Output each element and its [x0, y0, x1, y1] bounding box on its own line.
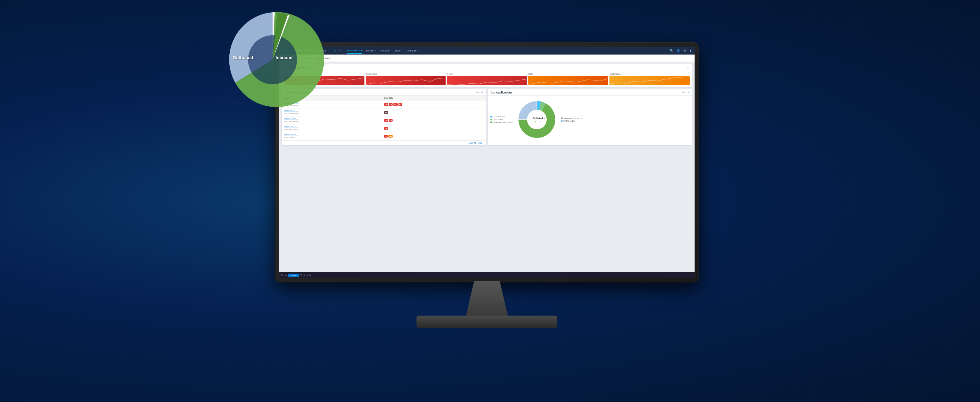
search-icon[interactable]: 🔍: [670, 49, 673, 53]
nav-jobs[interactable]: Jobs ▾: [395, 48, 401, 54]
taskbar-grid-icon[interactable]: ⊞: [281, 274, 283, 277]
badge-dh3: DH: [384, 127, 389, 129]
top-applications-panel: Top Applications — ⤢: [488, 89, 692, 145]
badge-ci2: CI: [398, 103, 402, 106]
ui-container: Secure Network Analytics | IT ▾ Dashboar…: [279, 46, 695, 278]
monitor-bezel: Secure Network Analytics | IT ▾ Dashboar…: [275, 43, 698, 282]
bottom-panels-row: Top Alarming Hosts — ⤢ Host Category: [282, 89, 692, 147]
nav-dashboards[interactable]: Dashboards ▾: [347, 48, 362, 54]
recon-col: Recon: [447, 73, 527, 85]
apps-legend-right: Undefined TCP: 45.2% HTTPS: 2.1%: [561, 117, 582, 122]
top-apps-header: Top Applications — ⤢: [488, 89, 692, 96]
taskbar-list-icon[interactable]: ☰: [300, 274, 302, 277]
table-row: 10.10.30.19 ... DNS Servers CI AH: [282, 132, 486, 140]
upload-icon[interactable]: ⬆: [689, 49, 692, 53]
legend-undefined-tcp-left: Undefined TCP: 41.21%: [490, 121, 513, 123]
user-icon[interactable]: 👤: [676, 49, 680, 53]
badge-ci3: CI: [389, 119, 393, 122]
svg-text:●: ●: [535, 120, 536, 122]
svg-text:●: ●: [539, 120, 541, 122]
badge-ci: CI: [389, 103, 393, 106]
expand-icon[interactable]: ⤢: [687, 66, 690, 70]
top-nav: Secure Network Analytics | IT ▾ Dashboar…: [279, 46, 695, 54]
monitor-stand-neck: [466, 281, 508, 318]
top-alarming-panel-actions: — ⤢: [476, 91, 484, 94]
top-apps-title: Top Applications: [490, 91, 512, 94]
nav-configure[interactable]: Configure ▾: [406, 48, 418, 54]
badge-ah2: AH: [388, 135, 393, 137]
floating-donut-chart: Outbound Inbound: [215, 3, 331, 126]
alarming-grid: Concern Index Target Index: [282, 71, 692, 87]
legend-nfs: NFS: 5.94%: [490, 118, 513, 120]
badge-ci4: CI: [384, 135, 388, 137]
ah-minimize-icon[interactable]: —: [476, 91, 479, 94]
legend-https-right: HTTPS: 2.1%: [561, 120, 582, 122]
floating-donut-svg: [215, 3, 331, 116]
svg-text:Inbound: Inbound: [538, 117, 545, 119]
nav-right: 🔍 👤 ⚙ ⬆: [670, 49, 692, 53]
monitor-screen: Secure Network Analytics | IT ▾ Dashboar…: [279, 46, 695, 278]
minimize-icon[interactable]: —: [682, 66, 686, 70]
legend-https: HTTPS: 1.81%: [490, 116, 513, 118]
settings-icon[interactable]: ⚙: [683, 49, 686, 53]
nav-tenant[interactable]: IT: [334, 49, 336, 52]
monitor: Secure Network Analytics | IT ▾ Dashboar…: [275, 43, 711, 337]
alarming-hosts-header: Alarming Hosts — ⤢: [282, 64, 692, 71]
breadcrumb-bar: Security Insight Dashboard | Inside Host…: [279, 54, 695, 62]
taskbar: ⊞ — Home ☰ ⊟ + ≡: [279, 272, 695, 278]
top-apps-donut-container: HTTPS: 1.81% NFS: 5.94% Undefined TCP: 4…: [488, 96, 692, 144]
badge-rc: RC: [393, 103, 398, 106]
view-all-hosts[interactable]: View All Hosts ›: [282, 140, 486, 145]
taskbar-home-button[interactable]: Home: [288, 274, 299, 277]
badge-ah: AH: [384, 111, 389, 114]
apps-donut-svg: Outbound ● Inbound ●: [515, 98, 558, 141]
cc-col: C&C: [528, 73, 609, 85]
target-index-col: Target Index: [366, 73, 446, 85]
apps-minimize-icon[interactable]: —: [682, 91, 686, 94]
ah-expand-icon[interactable]: ⤢: [481, 91, 484, 94]
nav-items: Dashboards ▾ Monitor ▾ Analyze ▾ Jobs: [347, 48, 418, 54]
taskbar-app-icon[interactable]: ⊟: [304, 274, 305, 277]
taskbar-settings-icon[interactable]: ≡: [309, 274, 311, 277]
badge-dh: DH: [384, 103, 389, 106]
svg-point-9: [527, 110, 547, 129]
nav-analyze[interactable]: Analyze ▾: [380, 48, 390, 54]
alarming-hosts-panel: Alarming Hosts — ⤢ Concern Index: [282, 64, 692, 87]
monitor-stand-base: [417, 316, 557, 328]
apps-legend-left: HTTPS: 1.81% NFS: 5.94% Undefined TCP: 4…: [490, 116, 513, 123]
taskbar-minus-icon[interactable]: —: [285, 274, 287, 277]
dashboard-content: Alarming Hosts — ⤢ Concern Index: [279, 62, 695, 278]
badge-dh2: DH: [384, 119, 389, 122]
floating-outbound-label: Outbound: [233, 55, 253, 60]
panel-actions: — ⤢: [682, 66, 690, 70]
taskbar-plus-icon[interactable]: +: [307, 274, 309, 277]
legend-undefined-tcp-right: Undefined TCP: 45.2%: [561, 117, 582, 119]
nav-monitor[interactable]: Monitor ▾: [366, 48, 376, 54]
exploitation-col: Exploitation: [609, 73, 690, 85]
apps-expand-icon[interactable]: ⤢: [687, 91, 690, 94]
top-apps-actions: — ⤢: [682, 91, 690, 94]
floating-inbound-label: Inbound: [275, 55, 293, 60]
